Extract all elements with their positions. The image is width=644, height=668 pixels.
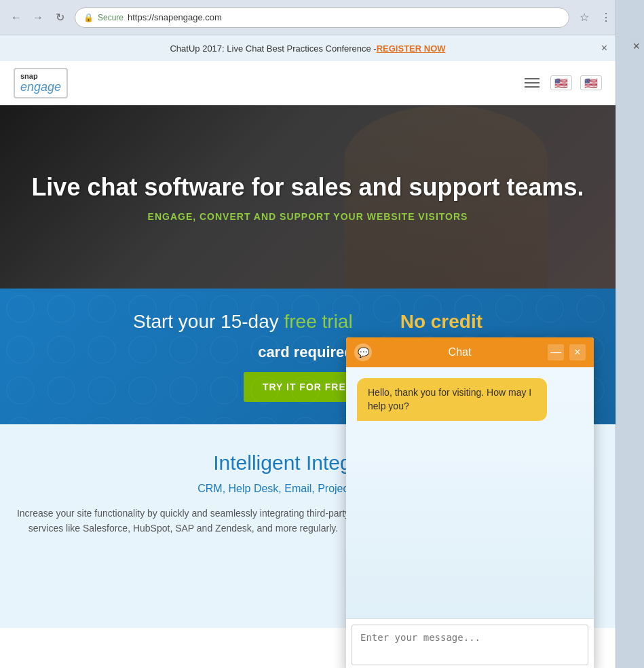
website-content: ChatUp 2017: Live Chat Best Practices Co… <box>0 35 615 668</box>
lock-icon: 🔒 <box>83 13 94 22</box>
chat-title: Chat <box>379 346 541 358</box>
header-right: 🇺🇸 🇺🇸 <box>522 75 602 90</box>
back-button[interactable]: ← <box>7 8 26 27</box>
logo[interactable]: snap engage <box>14 68 68 98</box>
forward-button[interactable]: → <box>29 8 48 27</box>
integration-description: Increase your site functionality by quic… <box>14 506 353 536</box>
banner-text: ChatUp 2017: Live Chat Best Practices Co… <box>170 43 376 54</box>
reload-button[interactable]: ↻ <box>50 8 69 27</box>
hero-subtitle: ENGAGE, CONVERT AND SUPPORT YOUR WEBSITE… <box>31 211 584 222</box>
side-panel: × <box>615 0 644 668</box>
logo-snap: snap <box>20 72 38 80</box>
cta-subtitle: card required. <box>258 344 358 361</box>
address-bar[interactable]: 🔒 Secure https://snapengage.com <box>75 7 569 28</box>
chat-input-area <box>346 618 594 668</box>
cta-title-start: Start your 15-day <box>133 311 284 332</box>
logo-engage: engage <box>20 80 61 94</box>
language-selector-2[interactable]: 🇺🇸 <box>580 75 602 90</box>
chat-close-button[interactable]: × <box>569 344 586 360</box>
chat-bubble-icon: 💬 <box>358 347 369 358</box>
banner-close-button[interactable]: × <box>601 42 607 54</box>
chat-body: Hello, thank you for visiting. How may I… <box>346 367 594 618</box>
site-header: snap engage 🇺🇸 🇺🇸 <box>0 61 615 105</box>
side-panel-close[interactable]: × <box>632 39 640 54</box>
language-selector[interactable]: 🇺🇸 <box>550 75 572 90</box>
menu-button[interactable]: ⋮ <box>596 8 615 27</box>
hero-title: Live chat software for sales and support… <box>31 172 584 204</box>
hero-text: Live chat software for sales and support… <box>18 158 597 236</box>
secure-label: Secure <box>98 13 124 22</box>
chat-minimize-button[interactable]: — <box>548 344 564 360</box>
register-link[interactable]: REGISTER NOW <box>377 43 446 54</box>
top-banner: ChatUp 2017: Live Chat Best Practices Co… <box>0 35 615 61</box>
hero-section: Live chat software for sales and support… <box>0 105 615 289</box>
star-button[interactable]: ☆ <box>575 8 594 27</box>
hamburger-button[interactable] <box>522 75 542 90</box>
logo-area: snap engage <box>14 68 68 98</box>
hamburger-line-3 <box>525 86 539 88</box>
chat-header-buttons: — × <box>548 344 586 360</box>
chat-greeting-bubble: Hello, thank you for visiting. How may I… <box>357 378 547 421</box>
cta-title: Start your 15-day free trial No credit <box>133 311 482 333</box>
chat-header: 💬 Chat — × <box>346 337 594 367</box>
chat-header-icon: 💬 <box>354 344 372 361</box>
hamburger-line-1 <box>525 78 539 79</box>
chat-widget: 💬 Chat — × Hello, thank you for visiting… <box>346 337 594 668</box>
nav-buttons: ← → ↻ <box>7 8 69 27</box>
cta-free-text: free trial <box>284 311 353 332</box>
cta-no-credit: No credit <box>400 311 482 332</box>
hamburger-line-2 <box>525 82 539 84</box>
url-display: https://snapengage.com <box>128 12 222 22</box>
chat-message-input[interactable] <box>352 625 588 665</box>
browser-chrome: ← → ↻ 🔒 Secure https://snapengage.com ☆ … <box>0 0 644 35</box>
